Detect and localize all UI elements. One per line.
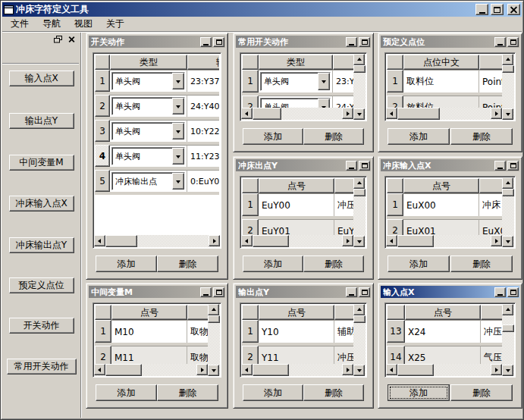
window-titlebar[interactable]: 常用开关动作 <box>236 36 371 48</box>
scrollbar-thumb[interactable] <box>105 364 142 376</box>
scroll-left-button[interactable] <box>94 364 105 375</box>
scrollbar-thumb[interactable] <box>253 108 281 120</box>
maximize-button[interactable] <box>507 37 519 47</box>
scroll-right-button[interactable] <box>196 364 208 375</box>
row-number-cell[interactable]: 2 <box>95 95 110 117</box>
scroll-right-button[interactable] <box>342 235 353 246</box>
scroll-up-button[interactable] <box>353 54 365 65</box>
scrollbar-thumb[interactable] <box>353 315 366 323</box>
scroll-down-button[interactable] <box>208 365 219 376</box>
sidebar-item-punch-output-y[interactable]: 冲床输出点Y <box>9 237 74 253</box>
type-combobox[interactable]: 单头阀 <box>111 147 185 165</box>
vertical-scrollbar[interactable] <box>502 177 514 247</box>
scrollbar-track[interactable] <box>502 196 514 236</box>
window-titlebar[interactable]: 输出点Y <box>236 286 371 298</box>
minimize-button[interactable] <box>494 37 506 47</box>
dropdown-button[interactable] <box>172 173 184 190</box>
type-combobox[interactable]: 冲床输出点 <box>111 172 185 190</box>
column-header[interactable]: 点号 <box>259 305 334 320</box>
scroll-up-button[interactable] <box>208 304 219 315</box>
scrollbar-track[interactable] <box>502 73 514 108</box>
scrollbar-track[interactable] <box>281 108 342 120</box>
column-header[interactable]: 点号 <box>403 178 479 193</box>
horizontal-scrollbar[interactable] <box>386 364 502 376</box>
delete-button[interactable]: 删除 <box>450 255 513 272</box>
output-cell[interactable]: 11:Y23:顶 <box>187 145 219 167</box>
scroll-down-button[interactable] <box>353 365 365 376</box>
scroll-up-button[interactable] <box>353 177 365 189</box>
menu-file[interactable]: 文件 <box>7 16 33 32</box>
row-number-cell[interactable]: 1 <box>95 320 111 343</box>
scroll-left-button[interactable] <box>241 108 253 119</box>
vertical-scrollbar[interactable] <box>353 304 366 376</box>
scrollbar-track[interactable] <box>137 235 209 247</box>
horizontal-scrollbar[interactable] <box>241 364 353 376</box>
row-number-cell[interactable]: 3 <box>95 120 110 142</box>
delete-button[interactable]: 删除 <box>303 255 364 272</box>
maximize-button[interactable] <box>491 4 504 15</box>
scroll-down-button[interactable] <box>502 365 513 376</box>
horizontal-scrollbar[interactable] <box>386 108 502 120</box>
scrollbar-track[interactable] <box>142 364 196 376</box>
scrollbar-thumb[interactable] <box>253 235 289 247</box>
sidebar-item-output-y[interactable]: 输出点Y <box>9 113 74 129</box>
type-combobox[interactable]: 单头阀 <box>111 97 185 115</box>
scroll-up-button[interactable] <box>353 304 365 315</box>
add-button[interactable]: 添加 <box>243 255 303 272</box>
column-header[interactable]: 点位中文 <box>403 55 479 70</box>
minimize-button[interactable] <box>346 287 357 297</box>
scrollbar-track[interactable] <box>434 364 491 376</box>
scroll-left-button[interactable] <box>241 235 253 246</box>
sidebar-item-punch-input-x[interactable]: 冲床输入点X <box>9 196 74 212</box>
scroll-right-button[interactable] <box>342 364 353 375</box>
row-number-cell[interactable]: 1 <box>387 70 403 92</box>
add-button[interactable]: 添加 <box>243 384 303 401</box>
scroll-left-button[interactable] <box>386 364 397 375</box>
scrollbar-track[interactable] <box>440 108 491 120</box>
minimize-button[interactable] <box>346 37 357 47</box>
row-number-cell[interactable]: 1 <box>242 70 259 92</box>
scrollbar-track[interactable] <box>353 323 366 365</box>
scroll-right-button[interactable] <box>491 235 502 246</box>
scroll-right-button[interactable] <box>342 108 353 119</box>
vertical-scrollbar[interactable] <box>353 177 366 247</box>
scroll-left-button[interactable] <box>386 235 397 246</box>
scrollbar-track[interactable] <box>434 235 491 247</box>
output-cell[interactable]: 10:Y22:夹 <box>187 120 219 142</box>
type-combobox[interactable]: 单头阀 <box>111 72 185 90</box>
column-header-type[interactable]: 类型 <box>259 55 333 70</box>
window-titlebar[interactable]: 开关动作 <box>89 36 225 48</box>
scrollbar-track[interactable] <box>353 196 366 236</box>
maximize-button[interactable] <box>507 287 519 297</box>
sidebar-item-middle-var-m[interactable]: 中间变量M <box>9 155 74 171</box>
maximize-button[interactable] <box>507 161 519 171</box>
window-titlebar[interactable]: 冲床出点Y <box>236 159 371 171</box>
menu-navigate[interactable]: 导航 <box>39 16 64 32</box>
dropdown-button[interactable] <box>172 98 184 114</box>
scrollbar-thumb[interactable] <box>502 189 514 196</box>
dropdown-button[interactable] <box>172 148 184 165</box>
add-button[interactable]: 添加 <box>243 128 303 145</box>
point-cell[interactable]: M10 <box>111 320 187 343</box>
scroll-down-button[interactable] <box>353 236 365 247</box>
scrollbar-track[interactable] <box>208 323 220 365</box>
scrollbar-thumb[interactable] <box>253 364 289 376</box>
vertical-scrollbar[interactable] <box>502 54 514 120</box>
row-number-cell[interactable]: 1 <box>95 70 110 92</box>
scrollbar-track[interactable] <box>289 235 342 247</box>
window-titlebar[interactable]: 冲床输入点X <box>381 159 519 171</box>
scroll-right-button[interactable] <box>491 108 502 119</box>
window-titlebar[interactable]: 预定义点位 <box>381 36 519 48</box>
scroll-left-button[interactable] <box>241 364 253 375</box>
delete-button[interactable]: 删除 <box>303 384 364 401</box>
scrollbar-thumb[interactable] <box>397 108 440 120</box>
scroll-left-button[interactable] <box>94 235 105 246</box>
horizontal-scrollbar[interactable] <box>94 235 220 247</box>
row-number-cell[interactable]: 4 <box>95 145 110 167</box>
type-combobox[interactable]: 单头阀 <box>111 122 185 140</box>
scrollbar-track[interactable] <box>289 364 342 376</box>
scroll-down-button[interactable] <box>502 236 513 247</box>
scrollbar-track[interactable] <box>502 332 514 365</box>
menu-about[interactable]: 关于 <box>102 16 128 32</box>
horizontal-scrollbar[interactable] <box>94 364 208 376</box>
